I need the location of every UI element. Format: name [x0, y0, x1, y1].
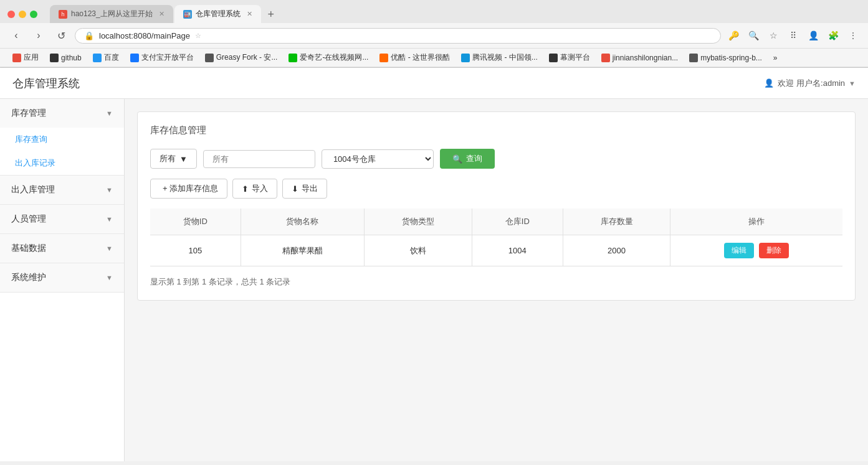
bookmark-github[interactable]: github — [45, 52, 87, 63]
export-icon: ⬇ — [292, 184, 298, 194]
search-btn-label: 查询 — [466, 153, 482, 164]
close-window-btn[interactable] — [7, 11, 15, 18]
nav-bar: ‹ › ↺ 🔒 localhost:8080/mainPage ☆ 🔑 🔍 ☆ … — [0, 23, 868, 49]
bookmark-youku[interactable]: 优酷 - 这世界很酷 — [374, 51, 455, 64]
back-btn[interactable]: ‹ — [7, 27, 25, 44]
table-body: 105 精酿苹果醋 饮料 1004 2000 编辑 删除 — [150, 235, 842, 266]
bookmarks-bar: 应用 github 百度 支付宝开放平台 Greasy Fork - 安... … — [0, 49, 868, 67]
nav-icons: 🔑 🔍 ☆ ⠿ 👤 🧩 ⋮ — [726, 28, 861, 43]
filter-dropdown1[interactable]: 所有 ▼ — [150, 149, 197, 169]
forward-btn[interactable]: › — [30, 27, 47, 44]
tab-favicon-hao123: h — [59, 10, 67, 19]
refresh-btn[interactable]: ↺ — [52, 27, 70, 44]
search-button[interactable]: 🔍 查询 — [440, 149, 495, 169]
sidebar-items-inventory: 库存查询 出入库记录 — [0, 128, 124, 175]
zoom-icon[interactable]: 🔍 — [746, 28, 761, 43]
sidebar-chevron-basedata: ▼ — [106, 245, 113, 252]
sidebar-chevron-maintenance: ▼ — [106, 274, 113, 281]
import-icon: ⬆ — [242, 184, 249, 194]
bookmark-baidu[interactable]: 百度 — [88, 51, 124, 64]
bookmark-iqiyi[interactable]: 爱奇艺-在线视频网... — [284, 51, 373, 64]
import-btn[interactable]: ⬆ 导入 — [232, 179, 277, 199]
tencent-video-icon — [461, 54, 470, 62]
address-star[interactable]: ☆ — [195, 32, 201, 40]
maximize-window-btn[interactable] — [30, 11, 37, 18]
filter-row: 所有 ▼ 1004号仓库 1001号仓库 1002号仓库 1003号仓库 🔍 查… — [150, 149, 842, 169]
sidebar-chevron-inout: ▼ — [106, 186, 113, 194]
github-icon — [50, 54, 59, 62]
user-menu[interactable]: 👤 欢迎 用户名:admin ▼ — [764, 78, 856, 89]
new-tab-btn[interactable]: + — [262, 6, 280, 23]
app-body: 库存管理 ▼ 库存查询 出入库记录 出入库管理 ▼ 人员管理 ▼ — [0, 99, 868, 461]
table-header: 货物ID 货物名称 货物类型 仓库ID 库存数量 操作 — [150, 209, 842, 235]
sidebar-header-personnel[interactable]: 人员管理 ▼ — [0, 205, 124, 233]
more-icon[interactable]: ⋮ — [846, 28, 861, 43]
app-title: 仓库管理系统 — [12, 76, 80, 91]
sidebar-item-inventory-query[interactable]: 库存查询 — [0, 128, 124, 151]
bookmark-alipay-label: 支付宝开放平台 — [141, 52, 194, 63]
edit-btn[interactable]: 编辑 — [724, 243, 754, 258]
tab-hao123[interactable]: h hao123_上网从这里开始 ✕ — [50, 5, 173, 23]
bookmark-jinnian[interactable]: jinnianshilongnian... — [596, 52, 683, 63]
bookmark-mutest[interactable]: 幕测平台 — [544, 51, 595, 64]
extension-icon[interactable]: 🧩 — [826, 28, 841, 43]
inventory-table: 货物ID 货物名称 货物类型 仓库ID 库存数量 操作 105 精酿苹果醋 饮料 — [150, 209, 842, 266]
iqiyi-icon — [289, 54, 297, 62]
bookmark-mybatis-label: mybatis-spring-b... — [700, 54, 762, 62]
tab-label-warehouse: 仓库管理系统 — [196, 9, 241, 19]
delete-btn[interactable]: 删除 — [759, 243, 789, 258]
key-icon[interactable]: 🔑 — [726, 28, 741, 43]
youku-icon — [379, 54, 388, 62]
export-btn[interactable]: ⬇ 导出 — [282, 179, 327, 199]
chrome-apps-icon[interactable]: ⠿ — [786, 28, 801, 43]
cell-type: 饮料 — [365, 235, 472, 266]
address-bar[interactable]: 🔒 localhost:8080/mainPage ☆ — [75, 28, 721, 44]
greasyfork-icon — [205, 54, 214, 62]
profile-icon[interactable]: 👤 — [806, 28, 821, 43]
bookmark-tencent-video-label: 腾讯视频 - 中国领... — [472, 52, 538, 63]
tab-close-warehouse[interactable]: ✕ — [247, 10, 252, 18]
tab-close-hao123[interactable]: ✕ — [159, 10, 165, 18]
filter-dropdown1-chevron: ▼ — [179, 154, 188, 164]
sidebar-header-inout[interactable]: 出入库管理 ▼ — [0, 176, 124, 204]
filter-input1[interactable] — [203, 150, 315, 168]
sidebar-header-maintenance[interactable]: 系统维护 ▼ — [0, 263, 124, 292]
bookmark-more[interactable]: » — [768, 52, 783, 63]
baidu-icon — [93, 54, 102, 62]
jinnian-icon — [601, 54, 610, 62]
minimize-window-btn[interactable] — [19, 11, 26, 18]
tab-favicon-warehouse: 🏭 — [183, 10, 192, 19]
sidebar-section-basedata: 基础数据 ▼ — [0, 234, 124, 263]
sidebar-label-inout: 出入库管理 — [11, 184, 55, 195]
col-header-type: 货物类型 — [365, 209, 472, 235]
lock-icon: 🔒 — [84, 31, 94, 40]
star-icon[interactable]: ☆ — [766, 28, 781, 43]
bookmark-mutest-label: 幕测平台 — [560, 52, 590, 63]
add-inventory-btn[interactable]: + 添加库存信息 — [150, 179, 227, 199]
bookmark-apps-label: 应用 — [24, 52, 39, 63]
cell-id: 105 — [150, 235, 241, 266]
mutest-icon — [549, 54, 558, 62]
sidebar-header-inventory[interactable]: 库存管理 ▼ — [0, 99, 124, 128]
col-header-name: 货物名称 — [241, 209, 365, 235]
panel-title: 库存信息管理 — [150, 124, 842, 136]
bookmark-greasyfork[interactable]: Greasy Fork - 安... — [200, 51, 283, 64]
bookmark-greasyfork-label: Greasy Fork - 安... — [216, 52, 278, 63]
tab-warehouse[interactable]: 🏭 仓库管理系统 ✕ — [174, 5, 261, 23]
bookmark-alipay[interactable]: 支付宝开放平台 — [125, 51, 199, 64]
col-header-action: 操作 — [670, 209, 842, 235]
col-header-warehouse-id: 仓库ID — [472, 209, 563, 235]
app-container: 仓库管理系统 👤 欢迎 用户名:admin ▼ 库存管理 ▼ 库存查询 出入库记… — [0, 68, 868, 461]
sidebar-label-basedata: 基础数据 — [11, 243, 46, 254]
bookmark-apps[interactable]: 应用 — [7, 51, 44, 64]
warehouse-select[interactable]: 1004号仓库 1001号仓库 1002号仓库 1003号仓库 — [322, 149, 434, 169]
bookmark-tencent-video[interactable]: 腾讯视频 - 中国领... — [456, 51, 543, 64]
sidebar-label-inventory: 库存管理 — [11, 108, 46, 119]
user-label: 欢迎 用户名:admin — [778, 78, 845, 89]
action-row: + 添加库存信息 ⬆ 导入 ⬇ 导出 — [150, 179, 842, 199]
bookmark-mybatis[interactable]: mybatis-spring-b... — [684, 52, 767, 63]
sidebar-item-inout-record[interactable]: 出入库记录 — [0, 151, 124, 175]
sidebar-header-basedata[interactable]: 基础数据 ▼ — [0, 234, 124, 263]
mybatis-icon — [689, 54, 698, 62]
bookmark-baidu-label: 百度 — [104, 52, 119, 63]
